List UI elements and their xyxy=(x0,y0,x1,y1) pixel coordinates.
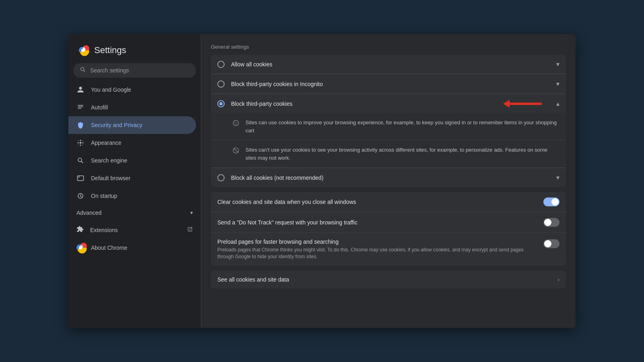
sidebar-advanced-label: Advanced xyxy=(76,210,101,216)
search-bar[interactable] xyxy=(73,63,196,78)
svg-line-3 xyxy=(84,70,85,72)
svg-line-9 xyxy=(81,161,83,163)
chrome-settings-window: Settings xyxy=(68,34,576,328)
block-icon xyxy=(232,146,240,154)
autofill-icon xyxy=(76,103,85,111)
svg-point-1 xyxy=(81,49,85,52)
expand-block-third-party-icon[interactable]: ▴ xyxy=(556,100,559,107)
sidebar-item-on-startup[interactable]: On startup xyxy=(68,187,196,205)
svg-point-18 xyxy=(235,123,236,124)
about-chrome-icon xyxy=(76,244,85,252)
svg-point-19 xyxy=(237,123,237,124)
sidebar-item-autofill[interactable]: Autofill xyxy=(68,99,196,116)
sidebar-label-you-and-google: You and Google xyxy=(91,86,131,93)
cookie-option-block-third-party[interactable]: Block third-party cookies ▴ xyxy=(211,94,566,113)
general-settings-label: General settings xyxy=(211,42,566,51)
toggle-clear-cookies[interactable] xyxy=(543,197,559,206)
advanced-chevron-icon: ▾ xyxy=(190,210,193,216)
cookies-section: Allow all cookies ▾ Block third-party co… xyxy=(211,55,566,187)
toggle-row-clear-cookies[interactable]: Clear cookies and site data when you clo… xyxy=(211,192,566,212)
sidebar-label-security-privacy: Security and Privacy xyxy=(91,122,142,128)
search-icon xyxy=(80,66,86,74)
svg-line-21 xyxy=(234,148,238,153)
sidebar-label-default-browser: Default browser xyxy=(91,175,130,181)
toggle-do-not-track-content: Send a "Do Not Track" request with your … xyxy=(217,219,537,226)
appearance-icon xyxy=(76,139,85,147)
toggle-clear-cookies-content: Clear cookies and site data when you clo… xyxy=(217,199,537,205)
extensions-icon xyxy=(76,226,84,234)
toggle-do-not-track[interactable] xyxy=(543,218,559,227)
see-all-cookies-label: See all cookies and site data xyxy=(217,276,289,283)
sidebar-item-search-engine[interactable]: Search engine xyxy=(68,152,196,169)
expanded-item-0-text: Sites can use cookies to improve your br… xyxy=(246,119,558,134)
toggle-preload-pages-content: Preload pages for faster browsing and se… xyxy=(217,239,537,260)
person-icon xyxy=(76,86,85,94)
toggle-preload-pages-sublabel: Preloads pages that Chrome thinks you mi… xyxy=(217,247,537,260)
expanded-item-0: Sites can use cookies to improve your br… xyxy=(211,113,566,140)
toggle-row-preload-pages[interactable]: Preload pages for faster browsing and se… xyxy=(211,233,566,266)
radio-allow-all xyxy=(217,61,225,68)
svg-point-16 xyxy=(234,122,235,123)
cookie-option-block-all[interactable]: Block all cookies (not recommended) ▾ xyxy=(211,168,566,187)
see-all-cookies-arrow-icon: › xyxy=(557,276,559,283)
sidebar-item-default-browser[interactable]: Default browser xyxy=(68,169,196,187)
external-link-icon xyxy=(187,226,193,233)
svg-point-15 xyxy=(233,120,239,126)
radio-block-third-party xyxy=(217,100,225,107)
default-browser-icon xyxy=(76,174,85,182)
svg-point-17 xyxy=(236,121,237,122)
sidebar-advanced-section[interactable]: Advanced ▾ xyxy=(68,205,201,221)
radio-block-all xyxy=(217,174,225,181)
svg-rect-5 xyxy=(78,107,83,107)
cookie-option-block-all-label: Block all cookies (not recommended) xyxy=(231,175,556,181)
cookie-icon xyxy=(232,119,240,127)
sidebar-label-on-startup: On startup xyxy=(91,193,117,199)
toggle-do-not-track-label: Send a "Do Not Track" request with your … xyxy=(217,219,537,226)
sidebar-label-search-engine: Search engine xyxy=(91,157,127,164)
sidebar-label-extensions: Extensions xyxy=(90,227,118,233)
expand-allow-all-icon[interactable]: ▾ xyxy=(556,60,559,68)
cookie-option-allow-all[interactable]: Allow all cookies ▾ xyxy=(211,55,566,74)
chrome-logo-icon xyxy=(76,44,89,57)
see-all-cookies-row[interactable]: See all cookies and site data › xyxy=(211,271,566,288)
sidebar-item-about-chrome[interactable]: About Chrome xyxy=(68,239,196,257)
sidebar-item-security-privacy[interactable]: Security and Privacy xyxy=(68,116,196,134)
toggle-row-do-not-track[interactable]: Send a "Do Not Track" request with your … xyxy=(211,212,566,233)
expanded-item-1-text: Sites can't use your cookies to see your… xyxy=(246,146,558,162)
svg-rect-4 xyxy=(78,105,83,106)
cookie-option-block-third-party-wrapper: Block third-party cookies ▴ xyxy=(211,94,566,168)
svg-rect-6 xyxy=(78,108,81,109)
sidebar-label-autofill: Autofill xyxy=(91,104,108,111)
cookie-option-block-incognito[interactable]: Block third-party cookies in Incognito ▾ xyxy=(211,74,566,94)
search-container xyxy=(68,63,201,81)
settings-page-title: Settings xyxy=(94,45,126,56)
search-input[interactable] xyxy=(90,67,190,74)
cookie-option-block-incognito-label: Block third-party cookies in Incognito xyxy=(231,81,556,87)
toggles-card: Clear cookies and site data when you clo… xyxy=(211,192,566,266)
sidebar-header: Settings xyxy=(68,41,201,63)
see-all-cookies-card: See all cookies and site data › xyxy=(211,271,566,288)
toggle-preload-pages-label: Preload pages for faster browsing and se… xyxy=(217,239,537,245)
expand-block-incognito-icon[interactable]: ▾ xyxy=(556,80,559,88)
sidebar-item-you-and-google[interactable]: You and Google xyxy=(68,81,196,99)
shield-icon xyxy=(76,121,85,129)
extensions-left: Extensions xyxy=(76,226,118,234)
main-content: General settings Allow all cookies ▾ Blo… xyxy=(201,34,576,328)
sidebar: Settings xyxy=(68,34,201,328)
cookie-option-block-third-party-label: Block third-party cookies xyxy=(231,101,556,107)
svg-point-7 xyxy=(80,142,82,144)
svg-point-14 xyxy=(79,246,82,249)
startup-icon xyxy=(76,192,85,200)
expanded-content-block-third-party: Sites can use cookies to improve your br… xyxy=(211,113,566,168)
toggle-preload-pages[interactable] xyxy=(543,239,559,248)
settings-layout: Settings xyxy=(68,34,576,328)
sidebar-item-appearance[interactable]: Appearance xyxy=(68,134,196,152)
expand-block-all-icon[interactable]: ▾ xyxy=(556,174,559,181)
cookie-option-allow-all-label: Allow all cookies xyxy=(231,61,556,68)
about-chrome-logo-icon xyxy=(74,241,87,254)
sidebar-label-about-chrome: About Chrome xyxy=(91,245,127,251)
sidebar-item-extensions[interactable]: Extensions xyxy=(68,221,201,239)
search-engine-icon xyxy=(76,156,85,165)
toggle-clear-cookies-label: Clear cookies and site data when you clo… xyxy=(217,199,537,205)
svg-rect-11 xyxy=(78,177,80,178)
